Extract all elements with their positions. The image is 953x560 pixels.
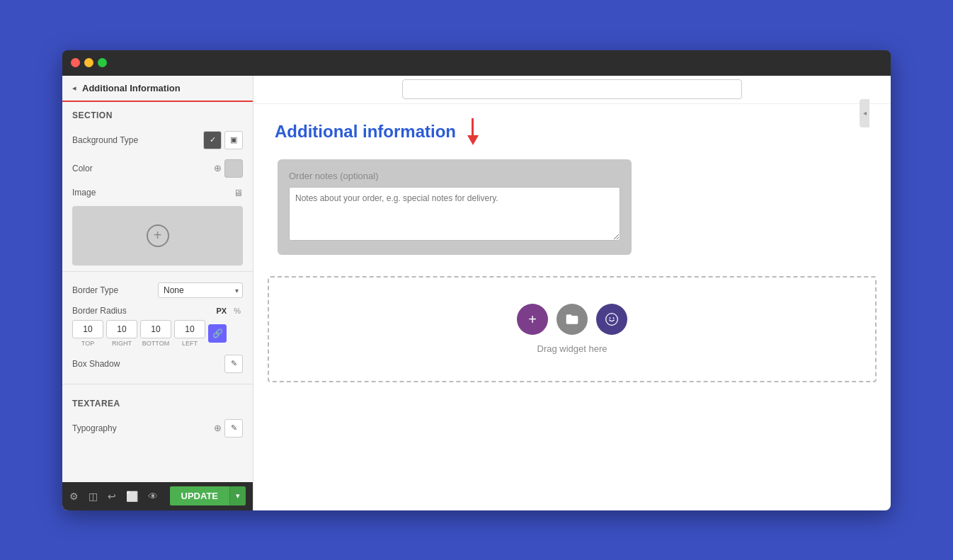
border-radius-left-input[interactable]: [174, 320, 205, 338]
border-radius-left-label: LEFT: [182, 340, 198, 347]
divider-1: [62, 271, 253, 272]
typography-row: Typography ⊕ ✎: [62, 414, 253, 442]
drop-zone[interactable]: +: [268, 276, 877, 382]
color-swatch[interactable]: [224, 159, 243, 178]
typography-label: Typography: [72, 423, 117, 433]
color-globe-icon[interactable]: ⊕: [214, 163, 222, 173]
svg-point-0: [606, 314, 618, 326]
border-radius-left-wrap: LEFT: [174, 320, 205, 347]
border-radius-bottom-label: BOTTOM: [142, 340, 169, 347]
color-controls: ⊕: [214, 159, 243, 178]
border-radius-section: Border Radius PX % TOP RIGH: [62, 303, 253, 350]
section-main: Additional information Order notes (opti…: [253, 104, 891, 269]
history-icon[interactable]: ↩: [108, 491, 116, 502]
smile-icon: [605, 312, 619, 326]
top-bar-input[interactable]: [402, 79, 742, 99]
collapse-handle[interactable]: ◂: [860, 99, 869, 127]
minimize-button[interactable]: [84, 58, 93, 67]
image-upload-plus-icon: +: [147, 224, 169, 247]
bg-type-check-btn[interactable]: ✓: [203, 131, 222, 149]
footer-icons: ⚙ ◫ ↩ ⬜ 👁: [69, 491, 158, 502]
additional-info-title: Additional information: [275, 122, 456, 142]
left-panel: ◂ Additional Information Section Backgro…: [62, 76, 253, 510]
top-bar-area: [253, 76, 891, 104]
border-radius-bottom-input[interactable]: [140, 320, 171, 338]
close-button[interactable]: [71, 58, 80, 67]
panel-title: Additional Information: [82, 83, 181, 93]
image-label: Image: [72, 188, 96, 198]
border-radius-right-wrap: RIGHT: [106, 320, 137, 347]
border-radius-right-input[interactable]: [106, 320, 137, 338]
typography-edit-btn[interactable]: ✎: [224, 419, 243, 438]
drag-widget-text: Drag widget here: [537, 343, 607, 354]
svg-point-1: [610, 317, 611, 319]
arrow-head: [467, 135, 479, 145]
order-notes-textarea[interactable]: [289, 187, 620, 241]
order-notes-text: Order notes: [289, 171, 338, 181]
border-radius-top-wrap: TOP: [72, 320, 103, 347]
order-notes-optional: (optional): [340, 171, 378, 181]
folder-widget-btn[interactable]: [557, 304, 588, 335]
red-arrow-icon: [467, 118, 479, 145]
divider-2: [62, 384, 253, 384]
border-type-select[interactable]: None Solid Dashed Dotted: [158, 282, 243, 298]
traffic-lights: [71, 58, 107, 67]
border-radius-label: Border Radius: [72, 306, 127, 316]
background-type-row: Background Type ✓ ▣: [62, 126, 253, 154]
titlebar: [62, 50, 891, 76]
background-type-controls: ✓ ▣: [203, 131, 243, 149]
svg-point-2: [613, 317, 615, 319]
maximize-button[interactable]: [98, 58, 107, 67]
typography-controls: ⊕ ✎: [214, 419, 243, 438]
canvas: Additional information Order notes (opti…: [253, 76, 891, 510]
image-row: Image 🖥: [62, 183, 253, 203]
border-radius-inputs: TOP RIGHT BOTTOM LEFT: [72, 320, 243, 347]
border-type-select-wrapper[interactable]: None Solid Dashed Dotted: [158, 282, 243, 298]
update-button[interactable]: UPDATE: [170, 486, 229, 505]
textarea-section-label: Textarea: [62, 390, 253, 414]
box-shadow-label: Box Shadow: [72, 359, 120, 369]
typography-globe-icon[interactable]: ⊕: [214, 423, 222, 433]
section-label: Section: [62, 102, 253, 126]
box-shadow-row: Box Shadow ✎: [62, 350, 253, 378]
collapse-icon[interactable]: ◂: [72, 84, 76, 93]
color-label: Color: [72, 164, 93, 173]
canvas-inner: Additional information Order notes (opti…: [253, 76, 891, 382]
border-radius-units: PX %: [215, 306, 243, 316]
update-arrow-button[interactable]: ▾: [229, 486, 246, 505]
border-radius-right-label: RIGHT: [112, 340, 132, 347]
monitor-icon[interactable]: ⬜: [126, 491, 138, 502]
border-type-label: Border Type: [72, 285, 118, 295]
additional-info-header: Additional information: [275, 118, 869, 145]
update-btn-group: UPDATE ▾: [170, 486, 246, 505]
folder-icon: [565, 312, 579, 326]
image-monitor-icon: 🖥: [234, 188, 243, 198]
border-radius-header: Border Radius PX %: [72, 306, 243, 316]
box-shadow-edit-btn[interactable]: ✎: [224, 355, 243, 373]
border-type-row: Border Type None Solid Dashed Dotted: [62, 278, 253, 303]
border-radius-bottom-wrap: BOTTOM: [140, 320, 171, 347]
panel-footer: ⚙ ◫ ↩ ⬜ 👁 UPDATE ▾: [62, 482, 253, 510]
eye-icon[interactable]: 👁: [148, 491, 158, 502]
background-type-label: Background Type: [72, 135, 138, 145]
border-radius-link-btn[interactable]: 🔗: [208, 324, 227, 343]
border-radius-pct-unit[interactable]: %: [232, 306, 243, 316]
panel-body: Section Background Type ✓ ▣ Color ⊕: [62, 102, 253, 482]
layers-icon[interactable]: ◫: [89, 491, 98, 502]
border-radius-top-label: TOP: [81, 340, 94, 347]
color-row: Color ⊕: [62, 154, 253, 183]
bg-type-square-btn[interactable]: ▣: [224, 131, 243, 149]
order-notes-box: Order notes (optional): [278, 159, 632, 255]
add-widget-btn[interactable]: +: [517, 304, 548, 335]
image-upload-area[interactable]: +: [72, 206, 243, 265]
arrow-shaft: [472, 118, 474, 135]
panel-header: ◂ Additional Information: [62, 76, 253, 102]
drop-zone-icons: +: [517, 304, 627, 335]
order-notes-label: Order notes (optional): [289, 171, 620, 181]
border-radius-px-unit[interactable]: PX: [215, 306, 229, 316]
border-radius-top-input[interactable]: [72, 320, 103, 338]
smile-widget-btn[interactable]: [596, 304, 627, 335]
settings-icon[interactable]: ⚙: [69, 491, 79, 502]
